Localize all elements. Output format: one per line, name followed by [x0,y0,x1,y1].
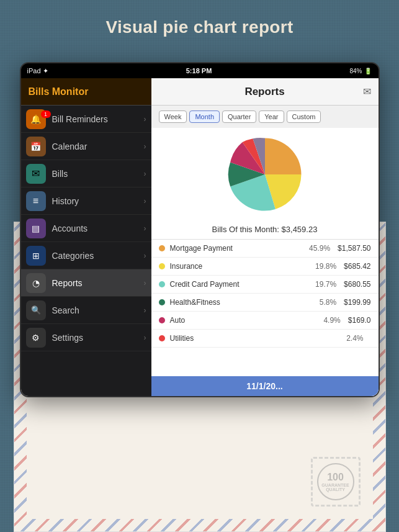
tab-quarter[interactable]: Quarter [222,110,256,123]
email-icon[interactable]: ✉ [363,86,371,97]
status-center: 5:18 PM [186,67,212,74]
sidebar-label-categories: Categories [52,251,144,261]
sidebar-item-reports[interactable]: ◔ Reports › [21,269,151,297]
tab-year[interactable]: Year [259,110,284,123]
bill-amount: $169.0 [348,316,371,325]
envelope-stamp: 100 GUARANTEE QUALITY [311,457,361,507]
sidebar-header: Bills Monitor [21,78,151,106]
bill-amount: $680.55 [344,280,370,289]
bill-dot [159,299,165,305]
sidebar-label-bills: Bills [52,169,144,179]
ipad-device: iPad ✦ 5:18 PM 84% 🔋 Bills Monitor 🔔 1 B… [20,62,380,397]
bill-pct: 45.9% [305,244,330,253]
main-content: Reports ✉ Week Month Quarter Year Custom [151,78,379,396]
bill-amount: $199.99 [344,298,370,307]
sidebar-label-calendar: Calendar [52,142,144,151]
history-icon: ≡ [26,191,46,211]
bill-pct: 5.8% [312,298,336,307]
bill-dot [159,263,165,269]
chevron-icon: › [144,115,146,124]
chevron-icon: › [144,279,146,287]
status-bar: iPad ✦ 5:18 PM 84% 🔋 [21,63,379,78]
chevron-icon: › [144,333,146,342]
calendar-icon: 📅 [26,137,46,156]
chevron-icon: › [144,224,146,233]
bill-amount: $685.42 [344,262,370,271]
badge: 1 [41,110,51,118]
stamp-label: GUARANTEE QUALITY [318,483,353,492]
chevron-icon: › [144,306,146,315]
bill-pct: 19.7% [312,280,336,289]
page-title: Visual pie chart report [0,0,399,50]
sidebar-item-categories[interactable]: ⊞ Categories › [21,242,151,269]
sidebar-label-reports: Reports [52,278,144,288]
tab-month[interactable]: Month [189,110,220,123]
app-content: Bills Monitor 🔔 1 Bill Reminders › 📅 Cal… [21,78,379,396]
tab-week[interactable]: Week [159,110,187,123]
bill-row: Health&Fitness 5.8% $199.99 [151,294,379,312]
sidebar-item-bill-reminders[interactable]: 🔔 1 Bill Reminders › [21,106,151,133]
chevron-icon: › [144,142,146,151]
sidebar: Bills Monitor 🔔 1 Bill Reminders › 📅 Cal… [21,78,151,396]
bill-dot [159,281,165,287]
chart-subtitle: Bills Of this Month: $3,459.23 [151,221,379,240]
bill-row: Utilities 2.4% [151,330,379,348]
main-title: Reports [244,86,284,98]
date-bar: 11/1/20... [151,376,379,396]
status-right: 84% 🔋 [349,68,372,74]
accounts-icon: ▤ [26,219,46,238]
bill-row: Mortgage Payment 45.9% $1,587.50 [151,240,379,258]
bill-name: Utilities [170,334,339,343]
bill-pct: 19.8% [312,262,336,271]
sidebar-label-settings: Settings [52,333,144,343]
chevron-icon: › [144,251,146,260]
bills-icon: ✉ [26,164,46,184]
bill-row: Insurance 19.8% $685.42 [151,258,379,276]
bill-name: Mortgage Payment [170,244,306,253]
bill-name: Auto [170,316,316,325]
sidebar-label-bill-reminders: Bill Reminders [52,114,144,124]
settings-icon: ⚙ [26,328,46,348]
filter-tabs: Week Month Quarter Year Custom [151,106,379,128]
sidebar-label-accounts: Accounts [52,223,144,233]
sidebar-label-history: History [52,196,144,206]
chart-area [151,128,379,221]
sidebar-item-calendar[interactable]: 📅 Calendar › [21,133,151,160]
bill-dot [159,335,165,341]
tab-custom[interactable]: Custom [287,110,321,123]
status-left: iPad ✦ [27,67,48,75]
bill-name: Health&Fitness [170,298,312,307]
bill-row: Auto 4.9% $169.0 [151,312,379,330]
sidebar-item-history[interactable]: ≡ History › [21,187,151,215]
bill-name: Credit Card Payment [170,280,312,289]
bill-list: Mortgage Payment 45.9% $1,587.50 Insuran… [151,240,379,384]
reports-icon: ◔ [26,273,46,293]
sidebar-title: Bills Monitor [29,86,89,97]
pie-chart [225,134,305,215]
stamp-number: 100 [327,472,344,483]
bill-name: Insurance [170,262,312,271]
bill-pct: 4.9% [316,316,341,325]
bill-dot [159,245,165,251]
main-header: Reports ✉ [151,78,379,106]
categories-icon: ⊞ [26,246,46,266]
sidebar-item-search[interactable]: 🔍 Search › [21,297,151,324]
bill-pct: 2.4% [339,334,364,343]
bill-row: Credit Card Payment 19.7% $680.55 [151,276,379,294]
sidebar-item-settings[interactable]: ⚙ Settings › [21,324,151,351]
bill-dot [159,317,165,323]
bill-amount: $1,587.50 [338,244,370,253]
sidebar-item-accounts[interactable]: ▤ Accounts › [21,215,151,242]
sidebar-label-search: Search [52,305,144,315]
chevron-icon: › [144,197,146,205]
sidebar-item-bills[interactable]: ✉ Bills › [21,160,151,187]
chevron-icon: › [144,169,146,178]
search-icon: 🔍 [26,300,46,320]
